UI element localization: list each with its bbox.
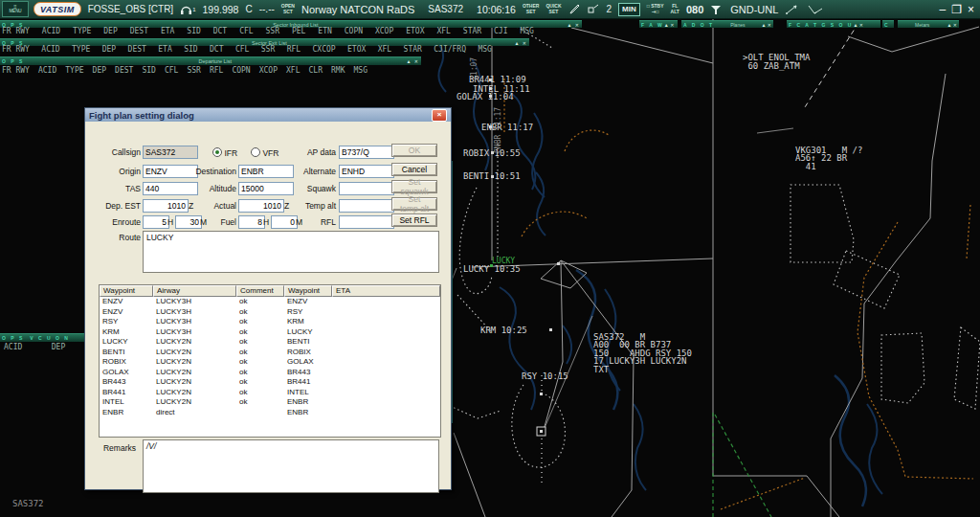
fuel-hours-field[interactable]	[238, 215, 265, 229]
waypoint-row[interactable]: LUCKY LUCKY2N ok BENTI	[100, 337, 440, 348]
waypoint-row[interactable]: BENTI LUCKY2N ok ROBIX	[100, 348, 440, 358]
primary-frequency[interactable]: 199.998	[202, 4, 238, 15]
squawk-field[interactable]	[339, 182, 394, 195]
departure-list-bar[interactable]: O P S Departure List ▲ ✕	[0, 56, 421, 65]
waypoint-label-rsy: RSY 10:15	[522, 372, 568, 381]
minimize-button[interactable]: –	[940, 3, 947, 16]
side-list-bar[interactable]: O P S V C U O N	[0, 333, 94, 342]
set-squawk-button[interactable]: Set squawk	[391, 180, 437, 193]
departure-column-headers: FR RWYACIDTYPEDEPDESTSIDCFLSSRRFLCOPNXCO…	[0, 66, 368, 75]
column-header: DEST	[130, 27, 148, 35]
col-comment[interactable]: Comment	[236, 285, 284, 297]
column-header: ETA	[158, 45, 171, 54]
alternate-field[interactable]	[339, 165, 394, 178]
selected-callsign[interactable]: SAS372	[428, 4, 463, 14]
column-header: DEP	[93, 66, 106, 75]
waypoint-row[interactable]: GOLAX LUCKY2N ok BR443	[100, 368, 440, 378]
exit-collapse-close-icons[interactable]: ▲ ✕	[514, 40, 527, 46]
col-airway[interactable]: Airway	[153, 285, 236, 297]
waypoint-row[interactable]: ROBIX LUCKY2N ok GOLAX	[100, 357, 440, 368]
waypoint-row[interactable]: ENBR direct ENBR	[100, 408, 440, 418]
vkg301-datablock[interactable]: VKG301 M /?A56↑ 22 BR 41	[795, 122, 862, 170]
metars-list-bar[interactable]: Metars▲ ✕	[898, 20, 959, 28]
stby-button[interactable]: □ STBY⇢□	[647, 4, 664, 14]
menu-button[interactable]: ⠿ MENU	[2, 1, 29, 17]
column-header: DEP	[102, 45, 116, 54]
set-rfl-button[interactable]: Set RFL	[391, 214, 437, 227]
column-header: COPN	[345, 27, 363, 35]
fuel-label: Fuel	[181, 217, 236, 227]
column-header: SID	[184, 45, 197, 54]
waypoint-row[interactable]: BR441 LUCKY2N ok INTEL	[100, 388, 440, 398]
mode-c[interactable]: C	[245, 4, 252, 14]
rotated-eta-label: 11:07	[471, 57, 479, 80]
min-button[interactable]: MIN	[618, 3, 640, 16]
headset-icon[interactable]: 1	[180, 4, 195, 15]
column-header: DCT	[213, 27, 227, 35]
column-header: ETOX	[347, 45, 366, 54]
altitude-filter-icon[interactable]	[710, 4, 724, 15]
history-count[interactable]: 2	[607, 4, 612, 14]
ok-button[interactable]: OK	[391, 144, 437, 157]
temp-alt-label: Temp alt	[280, 201, 336, 211]
fcatgsou-list-bar[interactable]: F C A T G S O U▲ ✕	[787, 20, 880, 28]
col-eta[interactable]: ETA	[332, 285, 440, 297]
col-waypoint-to[interactable]: Waypoint	[284, 285, 332, 297]
waypoint-row[interactable]: RSY LUCKY3H ok KRM	[100, 317, 440, 327]
rfl-field[interactable]	[339, 215, 394, 229]
enroute-hours-field[interactable]	[143, 215, 169, 229]
label-pencil-icon[interactable]	[568, 4, 581, 15]
inbound-collapse-close-icons[interactable]: ▲ ✕	[567, 22, 580, 28]
faw-list-bar[interactable]: F A W▲ ✕	[639, 20, 678, 28]
fl-alt-toggle[interactable]: FLALT	[671, 4, 679, 14]
remarks-textarea[interactable]: /V/	[143, 439, 439, 493]
menu-label: MENU	[9, 9, 21, 13]
label-layout-icon[interactable]	[588, 4, 600, 15]
transition-level[interactable]: 080	[686, 4, 703, 15]
destination-label: Destination	[181, 167, 236, 176]
route-textarea[interactable]: LUCKY	[143, 231, 439, 273]
station-callsign[interactable]: FOSSE_OBS [CTR]	[88, 4, 173, 14]
waypoint-label-golax: GOLAX 11:04	[457, 93, 514, 101]
departure-collapse-close-icons[interactable]: ▲ ✕	[406, 58, 419, 64]
waypoint-row[interactable]: BR443 LUCKY2N ok BR441	[100, 377, 440, 388]
vfr-radio[interactable]: VFR	[251, 147, 278, 158]
quick-set-button[interactable]: QUICKSET	[546, 4, 561, 14]
column-header: CJI	[494, 27, 507, 35]
ifr-radio[interactable]: IFR	[212, 147, 237, 158]
callsign-field[interactable]	[143, 146, 198, 159]
c-chip[interactable]: C	[882, 20, 894, 28]
waypoint-label-robix: ROBIX 10:55	[463, 149, 521, 158]
waypoint-row[interactable]: ENZV LUCKY3H ok RSY	[100, 307, 440, 318]
bearing-tool-icon[interactable]	[785, 3, 800, 15]
altitude-filter-range[interactable]: GND-UNL	[730, 4, 778, 15]
column-header: FR RWY	[2, 27, 30, 35]
open-sct-button[interactable]: OPENSCT	[281, 4, 295, 14]
column-header: SSR	[266, 27, 279, 35]
column-header: PEL	[292, 27, 305, 35]
waypoint-row[interactable]: KRM LUCKY3H ok LUCKY	[100, 327, 440, 338]
aircraft-target-symbol	[537, 427, 546, 436]
dialog-titlebar[interactable]: Fight plan setting dialog ×	[85, 108, 451, 122]
set-temp-alt-button[interactable]: Set temp alt	[391, 197, 437, 211]
waypoint-table-body: ENZV LUCKY3H ok ENZV ENZV LUCKY3H ok RSY	[100, 297, 440, 417]
planes-list-bar[interactable]: A D O T Planes ▲ ✕	[681, 20, 773, 28]
angle-tool-icon[interactable]	[807, 3, 824, 15]
waypoint-table[interactable]: Waypoint Airway Comment Waypoint ETA ENZ…	[99, 284, 441, 438]
other-set-button[interactable]: OTHERSET	[523, 4, 540, 14]
waypoint-row[interactable]: ENZV LUCKY3H ok ENZV	[100, 297, 440, 307]
maximize-button[interactable]: ❐	[951, 3, 962, 16]
waypoint-row[interactable]: INTEL LUCKY2N ok ENBR	[100, 397, 440, 408]
dialog-close-button[interactable]: ×	[432, 109, 447, 122]
sas372-datablock[interactable]: SAS372 MA00 00 BR B737150 AHDG RSY 15017…	[593, 308, 692, 373]
col-waypoint-from[interactable]: Waypoint	[100, 285, 153, 297]
column-header: ACID	[4, 343, 22, 351]
departure-ops-buttons[interactable]: O P S	[2, 58, 24, 64]
ap-data-field[interactable]	[339, 146, 394, 159]
actual-field[interactable]	[238, 199, 284, 213]
temp-alt-field[interactable]	[339, 199, 394, 213]
close-button[interactable]: ×	[968, 3, 974, 16]
cancel-button[interactable]: Cancel	[391, 163, 437, 176]
app-title: Norway NATCON RaDS	[301, 4, 414, 15]
secondary-frequency[interactable]: --.--	[259, 4, 275, 14]
